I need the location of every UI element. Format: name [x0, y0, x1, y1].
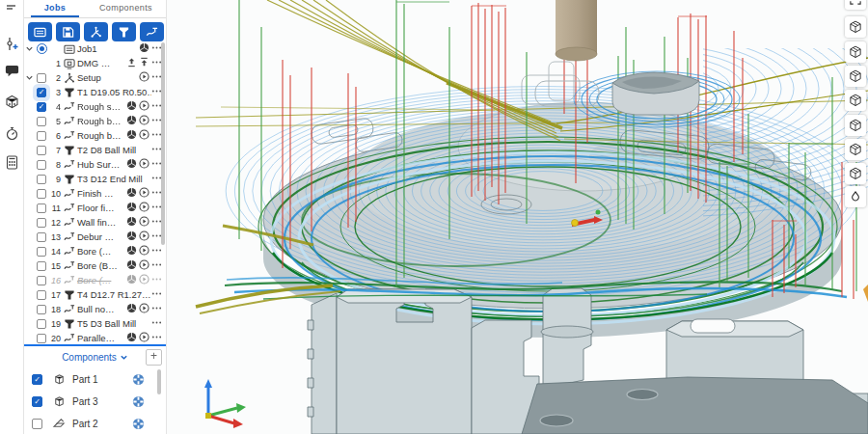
- chevron-down-icon[interactable]: [24, 73, 35, 82]
- component-row[interactable]: Part 2: [24, 413, 166, 434]
- visibility-checkbox[interactable]: [35, 160, 48, 170]
- components-panel-header[interactable]: Components: [24, 347, 166, 366]
- tree-row-9[interactable]: 9T3 D12 End Mill: [24, 172, 166, 186]
- components-scrollbar[interactable]: [157, 369, 161, 394]
- position-icon[interactable]: [132, 418, 145, 430]
- panel-splitter[interactable]: [24, 344, 166, 346]
- status-icon[interactable]: [126, 129, 137, 142]
- import-icon[interactable]: [139, 57, 149, 69]
- tree-row-1[interactable]: 1DMG …: [24, 56, 166, 70]
- view-cube-3-button[interactable]: [845, 66, 866, 87]
- menu-icon[interactable]: [151, 317, 162, 330]
- status-icon[interactable]: [126, 216, 137, 229]
- visibility-checkbox[interactable]: [35, 218, 48, 228]
- status-icon[interactable]: [126, 332, 137, 344]
- menu-icon[interactable]: [151, 259, 162, 272]
- tree-row-6[interactable]: 6Rough b…: [24, 128, 166, 143]
- visibility-checkbox[interactable]: [35, 305, 48, 314]
- visibility-checkbox[interactable]: [35, 131, 48, 141]
- tab-components[interactable]: Components: [86, 0, 166, 17]
- tree-row-15[interactable]: 15Bore (B…: [24, 258, 166, 273]
- play-icon[interactable]: [139, 303, 149, 315]
- status-icon[interactable]: [126, 303, 137, 315]
- status-icon[interactable]: [126, 187, 137, 200]
- visibility-checkbox[interactable]: [35, 73, 48, 83]
- position-icon[interactable]: [132, 395, 145, 408]
- play-icon[interactable]: [139, 274, 149, 286]
- add-component-button[interactable]: +: [146, 349, 162, 366]
- job-button[interactable]: [28, 22, 52, 41]
- visibility-checkbox[interactable]: [35, 261, 48, 271]
- status-icon[interactable]: [126, 100, 137, 113]
- visibility-checkbox[interactable]: [35, 319, 48, 329]
- tab-jobs[interactable]: Jobs: [24, 0, 86, 17]
- menu-icon[interactable]: [151, 303, 162, 315]
- visibility-checkbox[interactable]: [35, 175, 48, 184]
- status-icon[interactable]: [126, 245, 137, 258]
- menu-icon[interactable]: [151, 274, 162, 286]
- tree-row-4[interactable]: ✓4Rough s…: [24, 99, 166, 114]
- view-cube-5-button[interactable]: [845, 115, 866, 136]
- calculator-icon[interactable]: [5, 155, 19, 170]
- tree-row-7[interactable]: 7T2 D8 Ball Mill: [24, 143, 166, 157]
- status-icon[interactable]: [126, 274, 137, 286]
- menu-icon[interactable]: [151, 245, 162, 258]
- view-cube-1-button[interactable]: [845, 16, 866, 38]
- position-icon[interactable]: [132, 373, 145, 386]
- tree-row-19[interactable]: 19T5 D3 Ball Mill: [24, 316, 166, 331]
- play-icon[interactable]: [139, 259, 149, 272]
- play-icon[interactable]: [139, 216, 149, 229]
- job-radio[interactable]: [35, 43, 48, 54]
- play-icon[interactable]: [139, 245, 149, 258]
- play-icon[interactable]: [139, 158, 149, 171]
- clipped-top-icon[interactable]: [5, 0, 19, 11]
- visibility-checkbox[interactable]: [35, 232, 48, 242]
- component-row[interactable]: ✓Part 1: [24, 368, 166, 391]
- sphere-view-button[interactable]: [845, 186, 866, 207]
- visibility-checkbox[interactable]: [35, 334, 48, 343]
- tree-scrollbar[interactable]: [161, 42, 165, 245]
- tree-row-job[interactable]: Job1: [24, 41, 166, 56]
- view-cube-6-button[interactable]: [845, 139, 866, 160]
- component-checkbox[interactable]: ✓: [32, 374, 42, 385]
- tree-row-3[interactable]: ✓3T1 D19.05 R0.50…: [24, 85, 166, 99]
- component-row[interactable]: ✓Part 3: [24, 391, 166, 413]
- play-icon[interactable]: [139, 100, 149, 113]
- tree-row-17[interactable]: 17T4 D12.7 R1.27…: [24, 287, 166, 302]
- toolpath-button[interactable]: [140, 22, 164, 41]
- play-icon[interactable]: [139, 115, 149, 127]
- play-icon[interactable]: [139, 202, 149, 214]
- tree-row-11[interactable]: 11Floor fi…: [24, 201, 166, 215]
- visibility-checkbox[interactable]: ✓: [35, 88, 48, 97]
- view-cube-2-button[interactable]: [845, 41, 866, 63]
- status-icon[interactable]: [139, 42, 149, 55]
- status-icon[interactable]: [126, 202, 137, 214]
- tree-row-13[interactable]: 13Debur …: [24, 230, 166, 244]
- tree-row-12[interactable]: 12Wall fin…: [24, 215, 166, 230]
- selection-marquee-button[interactable]: [845, 0, 866, 10]
- chevron-down-icon[interactable]: [24, 44, 35, 53]
- play-icon[interactable]: [139, 129, 149, 142]
- tree-row-20[interactable]: 20Paralle…: [24, 331, 166, 344]
- menu-icon[interactable]: [151, 288, 162, 301]
- tree-row-14[interactable]: 14Bore (…: [24, 244, 166, 258]
- visibility-checkbox[interactable]: [35, 117, 48, 126]
- visibility-checkbox[interactable]: [35, 203, 48, 213]
- dice-icon[interactable]: [5, 95, 19, 109]
- save-button[interactable]: [56, 22, 80, 41]
- tree-row-2[interactable]: 2Setup: [24, 70, 166, 85]
- visibility-checkbox[interactable]: ✓: [35, 102, 48, 112]
- visibility-checkbox[interactable]: [35, 290, 48, 300]
- upload-icon[interactable]: [126, 57, 137, 69]
- visibility-checkbox[interactable]: [35, 146, 48, 155]
- play-icon[interactable]: [139, 187, 149, 200]
- status-icon[interactable]: [126, 259, 137, 272]
- setup-button[interactable]: [84, 22, 108, 41]
- play-icon[interactable]: [139, 332, 149, 344]
- 3d-viewport[interactable]: [167, 0, 868, 434]
- view-cube-4-button[interactable]: [845, 90, 866, 111]
- visibility-checkbox[interactable]: [35, 276, 48, 285]
- tree-row-16[interactable]: 16Bore (…: [24, 273, 166, 287]
- tool-button[interactable]: [112, 22, 136, 41]
- tree-row-8[interactable]: 8Hub Sur…: [24, 157, 166, 172]
